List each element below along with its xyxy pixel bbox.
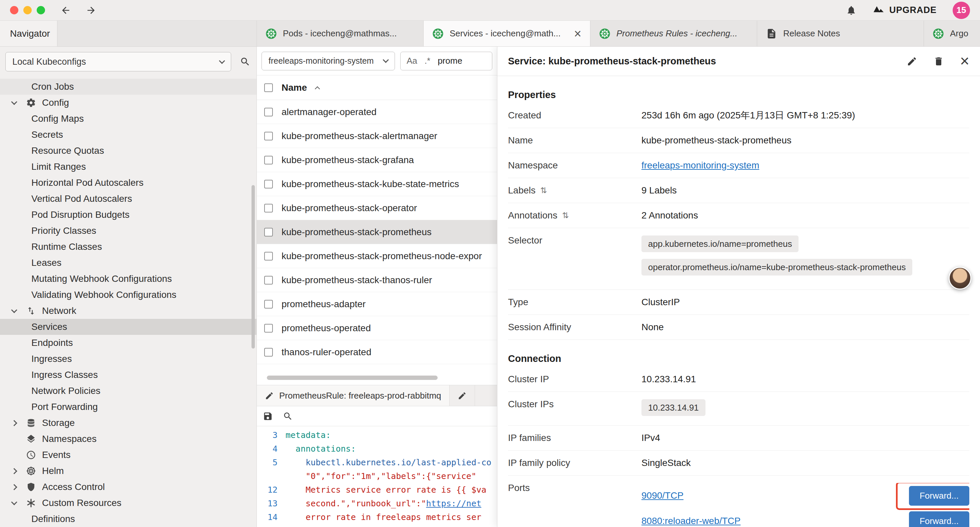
sidebar-item-access-control[interactable]: Access Control <box>0 479 256 495</box>
table-row-kube-prometheus-stack-grafana[interactable]: kube-prometheus-stack-grafana <box>257 148 497 172</box>
edit-button[interactable] <box>907 56 917 67</box>
upgrade-button[interactable]: UPGRADE <box>873 5 937 15</box>
minimize-window-button[interactable] <box>23 6 32 14</box>
sidebar-item-horizontal-pod-autoscalers[interactable]: Horizontal Pod Autoscalers <box>0 175 256 191</box>
sidebar-item-config-maps[interactable]: Config Maps <box>0 111 256 127</box>
sidebar-item-endpoints[interactable]: Endpoints <box>0 335 256 351</box>
select-all-checkbox[interactable] <box>264 83 273 92</box>
yaml-editor[interactable]: 3metadata:4 annotations:5 kubectl.kubern… <box>257 426 497 524</box>
tab-prometheus-rules-icecheng[interactable]: Prometheus Rules - icecheng... <box>590 21 757 46</box>
sidebar-search-button[interactable] <box>240 56 250 67</box>
row-checkbox[interactable] <box>264 348 273 357</box>
save-button[interactable] <box>263 411 273 421</box>
row-checkbox[interactable] <box>264 228 273 236</box>
sidebar-item-services[interactable]: Services <box>0 319 256 335</box>
horizontal-scrollbar-thumb[interactable] <box>267 376 438 380</box>
forward-button[interactable] <box>86 5 96 16</box>
sidebar-item-secrets[interactable]: Secrets <box>0 127 256 143</box>
chevron-down-icon[interactable] <box>11 99 17 105</box>
row-checkbox[interactable] <box>264 300 273 309</box>
sidebar-scrollbar[interactable] <box>251 185 255 349</box>
sidebar-item-cron-jobs[interactable]: Cron Jobs <box>0 79 256 95</box>
table-row-kube-prometheus-stack-prometheus-node-expor[interactable]: kube-prometheus-stack-prometheus-node-ex… <box>257 244 497 268</box>
row-checkbox[interactable] <box>264 276 273 285</box>
table-row-kube-prometheus-stack-thanos-ruler[interactable]: kube-prometheus-stack-thanos-ruler <box>257 268 497 292</box>
tab-close-icon[interactable]: × <box>574 27 581 40</box>
dock-tab-prometheusrule[interactable]: PrometheusRule: freeleaps-prod-rabbitmq <box>257 385 450 406</box>
row-checkbox[interactable] <box>264 252 273 261</box>
notifications-bell-icon[interactable] <box>846 5 857 16</box>
port-link-9090[interactable]: 9090/TCP <box>641 490 684 501</box>
table-row-thanos-ruler-operated[interactable]: thanos-ruler-operated <box>257 340 497 364</box>
navigator-title-tab[interactable]: Navigator <box>0 21 57 46</box>
row-checkbox[interactable] <box>264 156 273 164</box>
table-row-alertmanager-operated[interactable]: alertmanager-operated <box>257 100 497 124</box>
namespace-filter[interactable]: freeleaps-monitoring-system <box>261 52 395 70</box>
sidebar-item-port-forwarding[interactable]: Port Forwarding <box>0 399 256 415</box>
expand-annotations-icon[interactable]: ⇅ <box>562 210 569 220</box>
sidebar-item-ingresses[interactable]: Ingresses <box>0 351 256 367</box>
selector-badge: operator.prometheus.io/name=kube-prometh… <box>641 259 912 275</box>
sidebar-item-runtime-classes[interactable]: Runtime Classes <box>0 239 256 255</box>
table-row-kube-prometheus-stack-alertmanager[interactable]: kube-prometheus-stack-alertmanager <box>257 124 497 148</box>
table-row-prometheus-operated[interactable]: prometheus-operated <box>257 316 497 340</box>
row-checkbox[interactable] <box>264 204 273 212</box>
sidebar-item-custom-resources[interactable]: Custom Resources <box>0 495 256 511</box>
tab-pods-icecheng-mathmas[interactable]: Pods - icecheng@mathmas... <box>257 21 424 46</box>
sidebar-item-ingress-classes[interactable]: Ingress Classes <box>0 367 256 383</box>
sidebar-item-network[interactable]: Network <box>0 303 256 319</box>
sidebar-item-config[interactable]: Config <box>0 95 256 111</box>
tab-services-icecheng-math[interactable]: Services - icecheng@math...× <box>424 21 590 46</box>
chevron-right-icon[interactable] <box>11 468 17 474</box>
table-row-prometheus-adapter[interactable]: prometheus-adapter <box>257 292 497 316</box>
close-window-button[interactable] <box>10 6 18 14</box>
table-row-kube-prometheus-stack-kube-state-metrics[interactable]: kube-prometheus-stack-kube-state-metrics <box>257 172 497 196</box>
tab-release-notes[interactable]: Release Notes <box>757 21 924 46</box>
sidebar-item-mutating-webhook-configurations[interactable]: Mutating Webhook Configurations <box>0 271 256 287</box>
chevron-down-icon[interactable] <box>11 307 17 313</box>
forward-button-8080[interactable]: Forward... <box>909 511 969 527</box>
sidebar-item-pod-disruption-budgets[interactable]: Pod Disruption Budgets <box>0 207 256 223</box>
sidebar-item-events[interactable]: Events <box>0 447 256 463</box>
sidebar-item-priority-classes[interactable]: Priority Classes <box>0 223 256 239</box>
table-row-kube-prometheus-stack-operator[interactable]: kube-prometheus-stack-operator <box>257 196 497 220</box>
maximize-window-button[interactable] <box>37 6 45 14</box>
sidebar-item-namespaces[interactable]: Namespaces <box>0 431 256 447</box>
row-checkbox[interactable] <box>264 108 273 116</box>
delete-button[interactable] <box>933 56 944 67</box>
column-header-name[interactable]: Name <box>282 83 307 93</box>
sidebar-item-vertical-pod-autoscalers[interactable]: Vertical Pod Autoscalers <box>0 191 256 207</box>
tab-argo-se[interactable]: Argo Se <box>924 21 977 46</box>
chevron-down-icon[interactable] <box>11 499 17 505</box>
sidebar-item-resource-quotas[interactable]: Resource Quotas <box>0 143 256 159</box>
code-segment: kubectl.kubernetes.io/last-applied-co <box>286 458 492 467</box>
sort-ascending-icon[interactable] <box>315 86 320 92</box>
expand-labels-icon[interactable]: ⇅ <box>540 185 547 196</box>
regex-toggle[interactable]: .* <box>425 56 430 66</box>
avatar[interactable] <box>949 267 971 290</box>
close-panel-button[interactable]: × <box>960 55 969 67</box>
back-button[interactable] <box>60 5 71 16</box>
sidebar-item-validating-webhook-configurations[interactable]: Validating Webhook Configurations <box>0 287 256 303</box>
kubeconfig-selector[interactable]: Local Kubeconfigs <box>5 52 231 72</box>
sidebar-item-network-policies[interactable]: Network Policies <box>0 383 256 399</box>
table-row-kube-prometheus-stack-prometheus[interactable]: kube-prometheus-stack-prometheus <box>257 220 497 244</box>
forward-button-9090[interactable]: Forward... <box>909 486 969 506</box>
row-checkbox[interactable] <box>264 132 273 140</box>
sidebar-item-helm[interactable]: Helm <box>0 463 256 479</box>
match-case-toggle[interactable]: Aa <box>407 56 417 66</box>
port-link-8080[interactable]: 8080:reloader-web/TCP <box>641 516 740 526</box>
sidebar-item-leases[interactable]: Leases <box>0 255 256 271</box>
sidebar-item-definitions[interactable]: Definitions <box>0 511 256 527</box>
sidebar-item-storage[interactable]: Storage <box>0 415 256 431</box>
chevron-right-icon[interactable] <box>11 484 17 490</box>
editor-search-button[interactable] <box>283 411 293 421</box>
sidebar-item-limit-ranges[interactable]: Limit Ranges <box>0 159 256 175</box>
list-search-input[interactable]: Aa .* prome <box>400 52 492 70</box>
dock-tab-next[interactable] <box>450 385 475 406</box>
chevron-right-icon[interactable] <box>11 420 17 426</box>
notification-count-badge[interactable]: 15 <box>953 2 970 19</box>
row-checkbox[interactable] <box>264 180 273 188</box>
row-checkbox[interactable] <box>264 324 273 333</box>
namespace-link[interactable]: freeleaps-monitoring-system <box>641 161 759 170</box>
